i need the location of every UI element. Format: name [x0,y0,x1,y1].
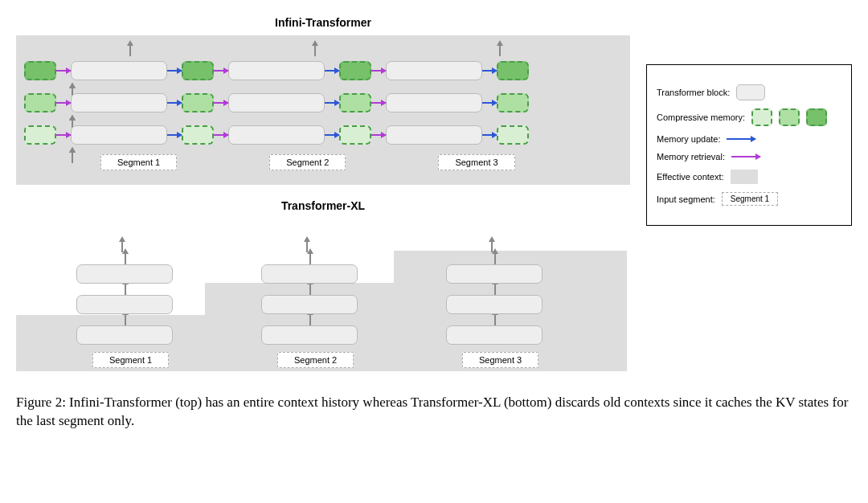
v-arrow-icon [494,253,496,264]
xl-column [245,259,374,350]
arrow-update-icon [325,102,339,104]
v-arrow-icon [309,284,311,295]
legend-label: Memory update: [657,134,720,144]
transformer-block [71,61,167,80]
segment-label: Segment 1 [92,352,169,368]
transformer-block-icon [736,84,765,100]
v-arrow-icon [309,314,311,325]
transformer-block [76,295,173,314]
arrow-update-icon [325,134,339,136]
memory-icon [497,61,529,80]
arrow-update-icon [325,70,339,72]
transformer-block [71,125,167,145]
transformer-block [446,295,542,314]
v-arrow-icon [125,284,126,295]
memory-icon [339,61,371,80]
xl-column [60,259,189,350]
arrow-retrieval-icon [371,102,386,104]
arrow-retrieval-icon [56,134,71,136]
arrow-update-icon [167,134,182,136]
title-xl: Transformer-XL [16,199,630,212]
arrow-update-icon [167,102,182,104]
transformer-block [71,93,167,112]
memory-icon [339,125,371,145]
infini-row [24,55,622,87]
v-arrow-icon [309,253,311,264]
infini-row [24,119,622,151]
v-arrow-icon [125,314,126,325]
xl-panel: Segment 1 Segment 2 Segment 3 [16,219,630,371]
memory-icon [24,93,56,112]
v-arrow-icon [72,152,73,163]
legend-label: Effective context: [657,172,724,182]
segment-label: Segment 3 [438,154,514,170]
arrow-update-icon [482,134,497,136]
segment-label: Segment 3 [462,352,538,368]
v-arrow-icon [494,284,496,295]
legend-label: Memory retrieval: [657,152,725,162]
memory-icon [779,108,800,126]
infini-panel: Segment 1 Segment 2 Segment 3 [16,35,630,185]
v-arrow-icon [494,314,496,325]
memory-icon [182,61,214,80]
transformer-block [261,325,358,345]
transformer-block [261,264,358,284]
transformer-block [386,61,482,80]
transformer-block [228,61,325,80]
transformer-block [386,93,482,112]
arrow-retrieval-icon [214,134,228,136]
memory-icon [24,125,56,145]
memory-icon [806,108,827,126]
arrow-update-icon [482,102,497,104]
arrow-update-icon [167,70,182,72]
memory-icon [24,61,56,80]
segment-label: Segment 2 [277,352,354,368]
legend-box: Transformer block: Compressive memory: M… [646,64,852,226]
transformer-block [228,93,325,112]
arrow-retrieval-icon [214,70,228,72]
segment-label: Segment 1 [100,154,177,170]
legend-label: Transformer block: [657,88,730,97]
memory-icon [751,108,772,126]
transformer-block [76,264,173,284]
xl-column [430,259,559,350]
legend-label: Input segment: [657,194,715,204]
arrow-retrieval-icon [214,102,228,104]
arrow-retrieval-icon [731,156,760,157]
arrow-retrieval-icon [371,70,386,72]
infini-row [24,87,622,119]
segment-label: Segment 2 [269,154,346,170]
v-arrow-icon [125,253,126,264]
figure-caption: Figure 2: Infini-Transformer (top) has a… [16,394,852,431]
arrow-retrieval-icon [56,70,71,72]
memory-icon [182,93,214,112]
arrow-update-icon [482,70,497,72]
memory-icon [497,125,529,145]
legend-label: Compressive memory: [657,112,745,122]
memory-icon [497,93,529,112]
transformer-block [261,295,358,314]
arrow-update-icon [727,138,755,140]
memory-icon [339,93,371,112]
context-swatch-icon [731,170,758,184]
transformer-block [76,325,173,345]
segment-swatch: Segment 1 [722,192,778,206]
arrow-retrieval-icon [371,134,386,136]
transformer-block [228,125,325,145]
arrow-retrieval-icon [56,102,71,104]
transformer-block [446,325,542,345]
memory-icon [182,125,214,145]
transformer-block [386,125,482,145]
transformer-block [446,264,542,284]
title-infini: Infini-Transformer [16,16,630,29]
